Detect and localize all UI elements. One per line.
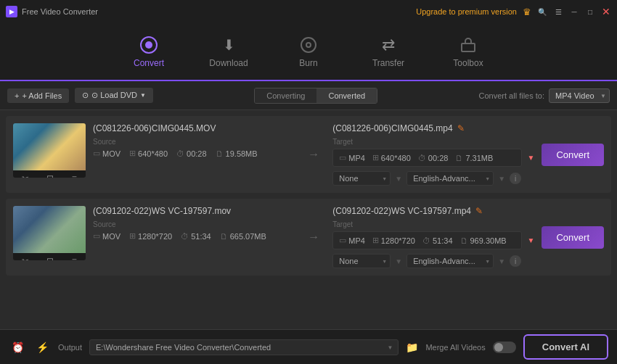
close-icon[interactable]: ✕ xyxy=(601,7,611,17)
subtitle-icon-2[interactable]: ⊡ xyxy=(46,256,54,260)
toolbar: + + Add Files ⊙ ⊙ Load DVD ▼ Converting … xyxy=(0,81,617,110)
add-files-button[interactable]: + + Add Files xyxy=(7,88,69,103)
subtitle-lang-select-2[interactable]: English-Advanc... xyxy=(406,254,494,268)
convert-button-2[interactable]: Convert xyxy=(542,226,604,249)
nav-transfer-label: Transfer xyxy=(372,58,404,68)
load-dvd-button[interactable]: ⊙ ⊙ Load DVD ▼ xyxy=(75,88,153,103)
file-info-2: (C091202-022)WS VC-197597.mov Source ▭ M… xyxy=(93,206,295,268)
target-section-2: Target ▭ MP4 ⊞ 1280*720 ⏱ 51:34 xyxy=(332,220,534,249)
target-meta-row-1: ▭ MP4 ⊞ 640*480 ⏱ 00:28 🗋 xyxy=(332,149,534,167)
settings-icon-2[interactable]: ≡ xyxy=(72,256,77,260)
arrow-2: → xyxy=(302,206,325,268)
thumbnail-1: ✂ ⊡ ≡ xyxy=(13,123,86,178)
format-select-wrapper: MP4 Video xyxy=(549,88,610,103)
subtitle-icon-1[interactable]: ⊡ xyxy=(46,173,54,178)
target-meta-1: ▭ MP4 ⊞ 640*480 ⏱ 00:28 🗋 xyxy=(332,149,521,167)
nav-toolbox[interactable]: Toolbox xyxy=(443,35,494,68)
toolbox-nav-icon xyxy=(458,35,478,55)
convert-button-1[interactable]: Convert xyxy=(542,144,604,166)
info-icon-1[interactable]: i xyxy=(510,173,521,184)
subtitle-none-select-1[interactable]: None xyxy=(332,171,391,186)
convert-all-files-label: Convert all files to: xyxy=(479,91,544,100)
target-resolution-2: ⊞ 1280*720 xyxy=(372,236,415,245)
nav-burn[interactable]: Burn xyxy=(283,35,334,68)
thumb-controls-1: ✂ ⊡ ≡ xyxy=(13,170,86,178)
target-name-1: (C081226-006)CIMG0445.mp4 xyxy=(332,123,452,133)
source-resolution-1: ⊞ 640*480 xyxy=(129,149,168,158)
info-icon-2[interactable]: i xyxy=(510,255,521,267)
merge-toggle[interactable] xyxy=(493,342,516,353)
svg-point-1 xyxy=(145,41,152,49)
target-section-1: Target ▭ MP4 ⊞ 640*480 ⏱ 00:28 xyxy=(332,138,534,167)
cut-icon-1[interactable]: ✂ xyxy=(22,173,29,178)
output-path: E:\Wondershare Free Video Converter\Conv… xyxy=(89,339,399,355)
nav-transfer[interactable]: ⇄ Transfer xyxy=(363,35,414,68)
file-header-1: (C081226-006)CIMG0445.MOV xyxy=(93,123,295,133)
source-section-2: Source ▭ MOV ⊞ 1280*720 ⏱ 51:34 xyxy=(93,220,295,241)
titlebar-right: Upgrade to premium version ♛ 🔍 ☰ ─ □ ✕ xyxy=(416,7,611,17)
source-label-1: Source xyxy=(93,138,295,146)
subtitle-row-2: None ▼ English-Advanc... ▼ i xyxy=(332,254,534,268)
merge-label: Merge All Videos xyxy=(425,343,485,352)
target-header-1: (C081226-006)CIMG0445.mp4 ✎ xyxy=(332,123,534,133)
target-size-1: 🗋 7.31MB xyxy=(455,154,493,162)
source-label-2: Source xyxy=(93,220,295,228)
transfer-nav-icon: ⇄ xyxy=(378,35,399,55)
edit-icon-1[interactable]: ✎ xyxy=(457,123,465,133)
dvd-dropdown-arrow: ▼ xyxy=(140,92,146,99)
convert-all-button[interactable]: Convert Al xyxy=(523,334,608,360)
lightning-bottom-icon[interactable]: ⚡ xyxy=(33,339,51,356)
target-area-2: (C091202-022)WS VC-197597.mp4 ✎ Target ▭… xyxy=(332,206,534,268)
subtitle-none-select-2[interactable]: None xyxy=(332,254,391,268)
edit-icon-2[interactable]: ✎ xyxy=(475,206,483,216)
folder-icon[interactable]: 📁 xyxy=(406,342,418,353)
source-duration-1: ⏱ 00:28 xyxy=(176,149,207,158)
source-size-1: 🗋 19.58MB xyxy=(216,149,258,158)
source-meta-1: ▭ MOV ⊞ 640*480 ⏱ 00:28 🗋 19.58MB xyxy=(93,149,295,158)
source-duration-2: ⏱ 51:34 xyxy=(181,232,211,241)
nav-burn-label: Burn xyxy=(299,58,317,68)
target-meta-2: ▭ MP4 ⊞ 1280*720 ⏱ 51:34 🗋 xyxy=(332,231,521,249)
source-size-2: 🗋 665.07MB xyxy=(220,232,266,241)
source-format-1: ▭ MOV xyxy=(93,149,120,158)
cut-icon-2[interactable]: ✂ xyxy=(22,256,29,260)
nav-toolbox-label: Toolbox xyxy=(453,58,483,68)
format-select[interactable]: MP4 Video xyxy=(549,88,610,103)
clock-icon-1: ⏱ xyxy=(176,149,184,158)
clock-bottom-icon[interactable]: ⏰ xyxy=(9,339,26,356)
titlebar-left: ▶ Free Video Converter xyxy=(6,6,98,17)
file-item-1: ✂ ⊡ ≡ (C081226-006)CIMG0445.MOV Source ▭… xyxy=(6,116,611,193)
menu-icon[interactable]: ☰ xyxy=(553,7,563,17)
nav-convert[interactable]: Convert xyxy=(123,35,174,68)
target-dropdown-2[interactable]: ▼ xyxy=(528,236,535,244)
minimize-icon[interactable]: ─ xyxy=(569,7,579,17)
source-section-1: Source ▭ MOV ⊞ 640*480 ⏱ 00:28 xyxy=(93,138,295,158)
search-icon[interactable]: 🔍 xyxy=(537,7,547,17)
bottombar: ⏰ ⚡ Output E:\Wondershare Free Video Con… xyxy=(0,329,617,364)
upgrade-link[interactable]: Upgrade to premium version xyxy=(416,7,517,16)
target-resolution-1: ⊞ 640*480 xyxy=(372,153,411,162)
source-meta-2: ▭ MOV ⊞ 1280*720 ⏱ 51:34 🗋 665.07MB xyxy=(93,231,295,241)
tab-group: Converting Converted xyxy=(254,88,377,104)
subtitle-lang-select-1[interactable]: English-Advanc... xyxy=(406,171,494,186)
maximize-icon[interactable]: □ xyxy=(585,7,595,17)
target-area-1: (C081226-006)CIMG0445.mp4 ✎ Target ▭ MP4… xyxy=(332,123,534,186)
download-nav-icon: ⬇ xyxy=(218,35,239,55)
size-icon-1: 🗋 xyxy=(216,149,224,158)
target-dropdown-1[interactable]: ▼ xyxy=(528,154,535,162)
target-duration-1: ⏱ 00:28 xyxy=(418,154,449,162)
tab-converting[interactable]: Converting xyxy=(255,88,316,103)
tab-converted[interactable]: Converted xyxy=(316,88,377,103)
nav-download-label: Download xyxy=(209,58,248,68)
settings-icon-1[interactable]: ≡ xyxy=(72,173,77,178)
nav-download[interactable]: ⬇ Download xyxy=(203,35,254,68)
output-path-wrapper[interactable]: E:\Wondershare Free Video Converter\Conv… xyxy=(89,339,399,355)
file-name-2: (C091202-022)WS VC-197597.mov xyxy=(93,206,231,216)
resolution-icon-1: ⊞ xyxy=(129,149,136,158)
app-icon: ▶ xyxy=(6,6,17,17)
titlebar: ▶ Free Video Converter Upgrade to premiu… xyxy=(0,0,617,23)
add-icon: + xyxy=(15,91,19,100)
svg-point-3 xyxy=(306,43,311,47)
target-format-2: ▭ MP4 xyxy=(339,236,365,245)
thumbnail-img-2 xyxy=(13,206,86,253)
